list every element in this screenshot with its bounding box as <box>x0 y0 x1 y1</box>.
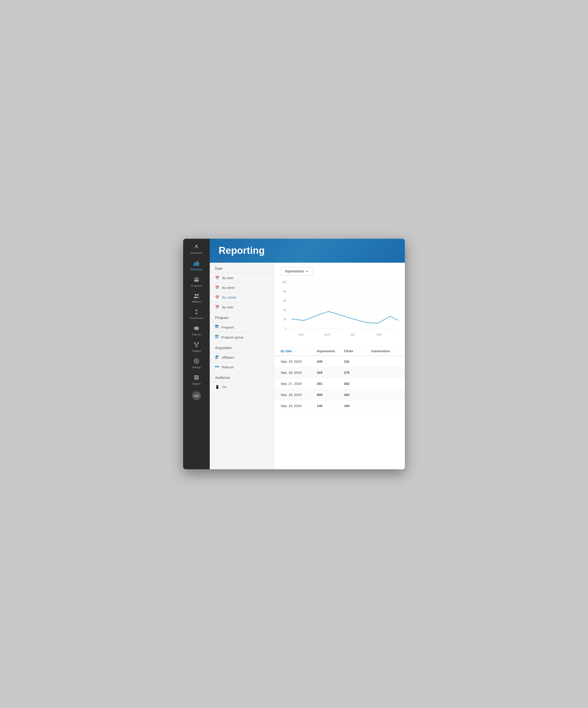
table-row: Sep. 17, 2019 201 262 <box>274 378 405 389</box>
svg-rect-28 <box>215 336 218 337</box>
sidebar-item-conversions[interactable]: Conversions <box>183 306 210 323</box>
table-row: Sep. 19, 2019 245 131 <box>274 356 405 367</box>
filter-by-month[interactable]: 📅 By month <box>210 292 274 302</box>
sidebar-item-label-settings: Settings <box>192 366 201 368</box>
svg-point-15 <box>194 343 196 344</box>
sidebar-item-label-affiliates: Affiliates <box>192 300 201 303</box>
filter-program-group[interactable]: Program group <box>210 332 274 342</box>
sidebar-item-reporting[interactable]: Reporting <box>183 257 210 274</box>
cell-conversions-1 <box>371 371 398 374</box>
svg-rect-27 <box>215 335 218 336</box>
cell-date-4: Sep. 15, 2019 <box>281 404 317 408</box>
sidebar-item-support[interactable]: Support <box>183 372 210 388</box>
cell-impressions-2: 201 <box>317 382 344 385</box>
cell-conversions-0 <box>371 359 398 363</box>
cell-impressions-0: 245 <box>317 359 344 363</box>
conversions-icon <box>194 309 199 316</box>
filter-program-label: Program <box>221 325 234 329</box>
svg-point-16 <box>197 343 199 344</box>
main-content: Reporting Date 📅 By date 📅 By week 📅 By … <box>210 239 405 469</box>
audience-section-title: Audience <box>210 372 274 382</box>
sidebar-item-dashboard[interactable]: Dashboard <box>183 241 210 257</box>
svg-rect-23 <box>195 377 198 378</box>
svg-text:800: 800 <box>283 290 286 293</box>
referrer-icon <box>215 365 219 369</box>
program-icon <box>215 325 218 329</box>
screen-wrapper: Dashboard Reporting <box>183 239 405 469</box>
svg-text:1,000: 1,000 <box>282 281 286 284</box>
svg-point-31 <box>217 356 219 357</box>
svg-rect-2 <box>195 262 197 266</box>
cell-conversions-4 <box>371 404 398 408</box>
sidebar-item-triggers[interactable]: Triggers <box>183 339 210 355</box>
filter-affiliates[interactable]: Affiliates <box>210 352 274 362</box>
avatar-label: A@ <box>194 394 199 397</box>
metric-dropdown[interactable]: Impressions ▼ <box>281 267 313 275</box>
program-group-icon <box>215 335 218 340</box>
svg-text:400: 400 <box>283 308 286 312</box>
svg-text:Aug 21: Aug 21 <box>299 333 304 336</box>
affiliates-filter-icon <box>215 355 219 359</box>
cell-impressions-1: 229 <box>317 371 344 374</box>
col-date[interactable]: By date ↓ <box>281 349 317 353</box>
sidebar-item-label-dashboard: Dashboard <box>190 252 202 254</box>
filter-os-label: Os <box>222 385 226 389</box>
sidebar-item-label-payouts: Payouts <box>192 333 201 336</box>
triggers-icon <box>194 342 199 348</box>
filter-by-date-label: By date <box>222 276 233 280</box>
svg-line-19 <box>197 344 198 346</box>
dropdown-label: Impressions <box>285 269 304 273</box>
svg-point-30 <box>216 356 217 357</box>
table-row: Sep. 18, 2019 229 275 <box>274 367 405 378</box>
page-header: Reporting <box>210 239 405 263</box>
sidebar-item-payouts[interactable]: Payouts <box>183 323 210 339</box>
table-row: Sep. 16, 2019 805 262 <box>274 389 405 400</box>
cell-clicks-0: 131 <box>344 359 371 363</box>
filter-referrer[interactable]: Referrer <box>210 362 274 372</box>
settings-icon <box>194 358 199 365</box>
filter-sidebar: Date 📅 By date 📅 By week 📅 By month 📅 By… <box>210 263 274 469</box>
acquisition-section-title: Acquisition <box>210 342 274 352</box>
line-chart: 1,000 800 600 400 200 0 <box>281 280 398 342</box>
filter-by-year[interactable]: 📅 By year <box>210 302 274 312</box>
program-section-title: Program <box>210 312 274 322</box>
filter-program[interactable]: Program <box>210 322 274 332</box>
os-icon: 📱 <box>215 385 219 389</box>
payouts-icon <box>194 326 199 332</box>
reporting-icon <box>194 261 199 267</box>
col-impressions: Impressions <box>317 349 344 353</box>
avatar[interactable]: A@ <box>192 391 201 400</box>
cell-impressions-3: 805 <box>317 393 344 396</box>
sidebar: Dashboard Reporting <box>183 239 210 469</box>
svg-rect-1 <box>194 263 195 266</box>
col-clicks: Clicks <box>344 349 371 353</box>
cell-clicks-4: 194 <box>344 404 371 408</box>
sidebar-item-programs[interactable]: Programs <box>183 274 210 290</box>
svg-line-18 <box>195 344 197 346</box>
svg-rect-5 <box>194 280 199 282</box>
calendar-icon: 📅 <box>215 276 219 280</box>
svg-rect-7 <box>194 277 199 278</box>
svg-point-17 <box>196 346 197 347</box>
sidebar-item-settings[interactable]: Settings <box>183 355 210 372</box>
svg-text:0: 0 <box>285 327 286 330</box>
svg-text:Aug 27: Aug 27 <box>351 333 356 336</box>
chart-container: 1,000 800 600 400 200 0 <box>281 280 398 342</box>
svg-text:200: 200 <box>283 318 286 321</box>
cell-date-0: Sep. 19, 2019 <box>281 359 317 363</box>
filter-by-week[interactable]: 📅 By week <box>210 283 274 292</box>
chart-area: Impressions ▼ 1,000 800 600 400 200 0 <box>274 263 405 347</box>
svg-rect-6 <box>194 278 199 279</box>
cell-conversions-2 <box>371 382 398 385</box>
svg-rect-13 <box>194 328 199 328</box>
cell-conversions-3 <box>371 393 398 396</box>
calendar-week-icon: 📅 <box>215 286 219 290</box>
table-header: By date ↓ Impressions Clicks Conversions <box>274 347 405 356</box>
svg-rect-26 <box>215 327 218 328</box>
sidebar-item-affiliates[interactable]: Affiliates <box>183 290 210 306</box>
sidebar-item-label-programs: Programs <box>191 285 202 287</box>
calendar-year-icon: 📅 <box>215 305 219 309</box>
sidebar-item-label-reporting: Reporting <box>191 268 202 271</box>
filter-by-date[interactable]: 📅 By date <box>210 273 274 283</box>
filter-os[interactable]: 📱 Os <box>210 382 274 392</box>
